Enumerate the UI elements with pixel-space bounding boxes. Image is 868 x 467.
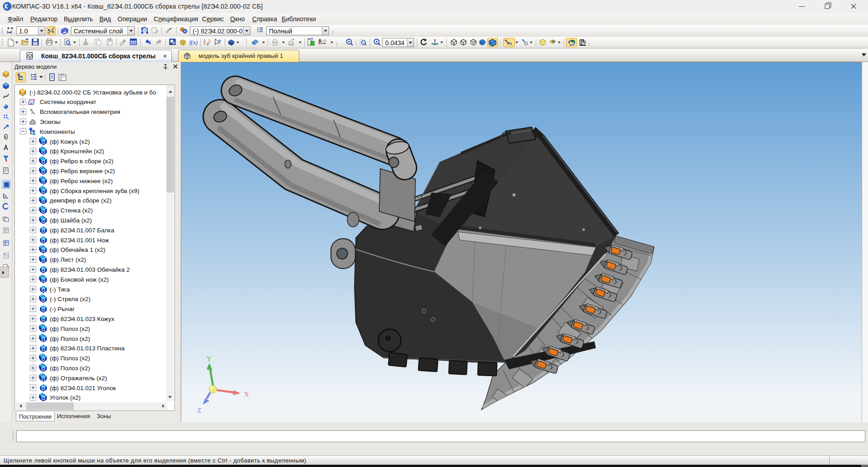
svg-text:f(x): f(x) <box>189 39 198 46</box>
svg-text:(-) Стрела (x2): (-) Стрела (x2) <box>50 296 90 302</box>
svg-text:(ф) Боковой нож (x2): (ф) Боковой нож (x2) <box>50 276 108 283</box>
svg-text:Компоненты: Компоненты <box>40 128 75 135</box>
svg-text:Системы координат: Системы координат <box>40 99 96 105</box>
svg-text:(-) Рычаг: (-) Рычаг <box>50 306 75 312</box>
svg-text:(ф) Шайба (x2): (ф) Шайба (x2) <box>50 217 92 224</box>
svg-text:?: ? <box>218 39 221 44</box>
svg-text:(ф) Сборка крепления зуба (x9): (ф) Сборка крепления зуба (x9) <box>50 188 139 194</box>
svg-text:Y: Y <box>207 355 212 363</box>
svg-text:Эскизы: Эскизы <box>40 118 61 125</box>
svg-text:(ф) Стенка (x2): (ф) Стенка (x2) <box>50 207 93 214</box>
svg-text:(-) 82Э4.02.000-02 СБ Установк: (-) 82Э4.02.000-02 СБ Установка зубьев и… <box>29 89 156 96</box>
svg-text:(ф) Полоз (x2): (ф) Полоз (x2) <box>50 355 90 362</box>
svg-text:(ф) 82Э4.01.013 Пластина: (ф) 82Э4.01.013 Пластина <box>50 345 125 352</box>
svg-text:(ф) Отражатель (x2): (ф) Отражатель (x2) <box>50 375 107 382</box>
svg-text:A: A <box>318 38 321 43</box>
svg-text:Z: Z <box>197 407 201 414</box>
svg-text:демпфер в сборе (x2): демпфер в сборе (x2) <box>50 197 112 204</box>
svg-text:(ф) 82Э4.01.001 Нож: (ф) 82Э4.01.001 Нож <box>50 237 109 244</box>
svg-text:X: X <box>244 391 249 398</box>
svg-text:(ф) Лист (x2): (ф) Лист (x2) <box>50 256 86 263</box>
svg-text:(ф) Полоз (x2): (ф) Полоз (x2) <box>50 365 90 372</box>
svg-text:(ф) Ребро нижнее (x2): (ф) Ребро нижнее (x2) <box>50 178 113 184</box>
svg-text:(ф) Обечайка 1 (x2): (ф) Обечайка 1 (x2) <box>50 246 105 253</box>
svg-text:(-) Тяга: (-) Тяга <box>50 286 70 293</box>
svg-text:Вспомогательная геометрия: Вспомогательная геометрия <box>40 108 120 115</box>
svg-text:(ф) Ребро в сборе (x2): (ф) Ребро в сборе (x2) <box>50 158 113 165</box>
svg-text:(ф) Кронштейн (x2): (ф) Кронштейн (x2) <box>50 148 104 155</box>
svg-text:(ф) 82Э4.01.023 Кожух: (ф) 82Э4.01.023 Кожух <box>50 316 114 322</box>
svg-text:(ф) Ребро верхнее (x2): (ф) Ребро верхнее (x2) <box>50 168 115 175</box>
svg-text:(ф) 82Э4.01.007 Балка: (ф) 82Э4.01.007 Балка <box>50 227 114 234</box>
svg-text:(ф) 82Э4.01.021 Уголок: (ф) 82Э4.01.021 Уголок <box>50 385 116 392</box>
svg-text:(ф) 82Э4.01.003 Обечайка 2: (ф) 82Э4.01.003 Обечайка 2 <box>50 266 130 273</box>
svg-text:(ф) Полоз (x2): (ф) Полоз (x2) <box>50 335 90 342</box>
svg-text:Уголок (x2): Уголок (x2) <box>50 394 80 401</box>
svg-text:(ф) Кожух (x2): (ф) Кожух (x2) <box>50 138 90 145</box>
svg-text:±1: ±1 <box>322 38 326 42</box>
svg-text:(ф) Полоз (x2): (ф) Полоз (x2) <box>50 325 90 332</box>
